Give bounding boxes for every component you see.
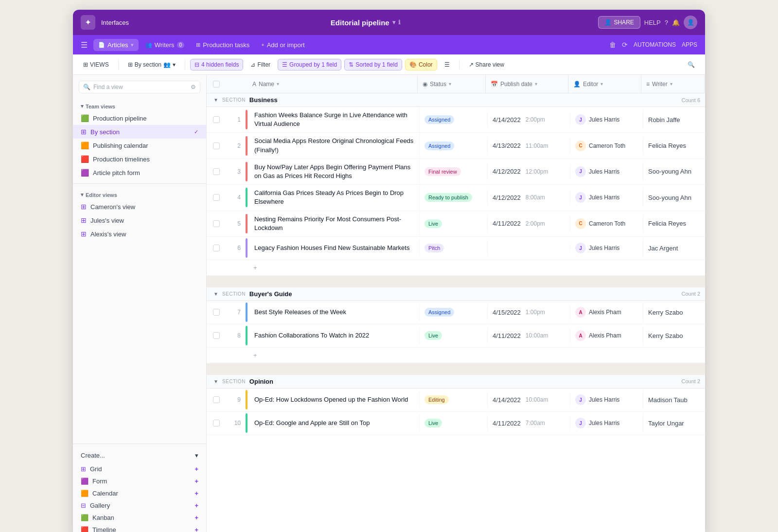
sidebar-item-by-section[interactable]: ⊞ By section ✓ <box>73 125 206 139</box>
sidebar-item-camerons-view[interactable]: ⊞ Cameron's view <box>73 200 206 213</box>
cell-name[interactable]: Fashion Collaborations To Watch in 2022 <box>249 327 420 344</box>
row-checkbox[interactable] <box>213 220 220 227</box>
col-editor[interactable]: 👤 Editor ▾ <box>568 75 641 93</box>
add-row-buyers-guide[interactable]: + <box>207 348 705 363</box>
cell-status: Live <box>420 215 488 232</box>
col-name[interactable]: A Name ▾ <box>248 75 418 93</box>
share-view-button[interactable]: ↗ Share view <box>464 59 509 71</box>
row-checkbox[interactable] <box>213 245 220 251</box>
create-section-header[interactable]: Create... ▾ <box>73 450 206 463</box>
cell-editor: C Cameron Toth <box>570 137 643 155</box>
cell-status: Final review <box>420 163 488 180</box>
cell-name[interactable]: California Gas Prices Steady As Prices B… <box>249 185 420 210</box>
table-row: 5 Nesting Remains Priority For Most Cons… <box>207 211 705 237</box>
color-button[interactable]: 🎨 Color <box>405 59 437 71</box>
sidebar-item-publishing-calendar[interactable]: 🟧 Publishing calendar <box>73 139 206 152</box>
trash-icon[interactable]: 🗑 <box>609 41 616 49</box>
table-row: 1 Fashion Weeks Balance Surge in Live At… <box>207 107 705 133</box>
create-form[interactable]: 🟪 Form + <box>73 475 206 487</box>
section-opinion-header: ▼ SECTION Opinion Count 2 <box>207 375 705 389</box>
select-all-checkbox[interactable] <box>213 81 220 88</box>
cell-name[interactable]: Social Media Apps Restore Original Chron… <box>249 133 420 158</box>
help-icon[interactable]: ? <box>665 19 668 26</box>
col-status[interactable]: ◉ Status ▾ <box>418 75 486 93</box>
section-chevron[interactable]: ▼ <box>213 291 218 297</box>
color-bar <box>246 413 248 433</box>
col-publish-date[interactable]: 📅 Publish date ▾ <box>486 75 568 93</box>
tab-production-tasks[interactable]: ⊞ Production tasks <box>191 39 254 51</box>
cell-name[interactable]: Best Style Releases of the Week <box>249 304 420 320</box>
sidebar-search[interactable]: 🔍 Find a view ⚙ <box>79 81 200 93</box>
apps-label[interactable]: APPS <box>682 41 697 48</box>
cell-writer: Robin Jaffe <box>643 112 705 127</box>
cell-name[interactable]: Buy Now/Pay Later Apps Begin Offering Pa… <box>249 159 420 184</box>
cell-writer: Felicia Reyes <box>643 138 705 153</box>
col-writer[interactable]: ≡ Writer ▾ <box>641 75 705 93</box>
cell-name[interactable]: Op-Ed: Google and Apple are Still on Top <box>249 415 420 431</box>
row-height-button[interactable]: ☰ <box>440 59 454 71</box>
color-bar <box>246 238 248 258</box>
tab-writers[interactable]: 👥 Writers 0 <box>141 39 190 51</box>
cell-name[interactable]: Nesting Remains Priority For Most Consum… <box>249 211 420 236</box>
sidebar-item-production-pipeline[interactable]: 🟩 Production pipeline <box>73 111 206 125</box>
filter-button[interactable]: ⊿ Filter <box>246 59 275 71</box>
brand-name: Interfaces <box>101 19 129 26</box>
share-button[interactable]: 👤 SHARE <box>598 16 640 29</box>
color-bar <box>246 136 248 156</box>
color-bar <box>246 214 248 233</box>
search-button[interactable]: 🔍 <box>683 59 699 71</box>
create-calendar[interactable]: 🟧 Calendar + <box>73 487 206 499</box>
color-bar <box>246 326 248 345</box>
cell-editor: J Jules Harris <box>570 239 643 257</box>
cell-status: Live <box>420 415 488 431</box>
cell-date: 4/11/2022 10:00am <box>488 328 570 343</box>
color-bar <box>246 188 248 207</box>
group-button[interactable]: ☰ Grouped by 1 field <box>278 59 341 71</box>
row-checkbox[interactable] <box>213 142 220 149</box>
table-row: 6 Legacy Fashion Houses Find New Sustain… <box>207 237 705 260</box>
row-checkbox[interactable] <box>213 194 220 201</box>
sidebar-item-alexis-view[interactable]: ⊞ Alexis's view <box>73 227 206 241</box>
tab-articles[interactable]: 📄 Articles ▾ <box>93 39 139 51</box>
row-checkbox[interactable] <box>213 309 220 316</box>
row-checkbox[interactable] <box>213 116 220 123</box>
cell-writer: Madison Taub <box>643 392 705 408</box>
by-section-button[interactable]: ⊞ By section 👥 ▾ <box>124 59 180 71</box>
create-gallery[interactable]: ⊟ Gallery + <box>73 499 206 512</box>
create-kanban[interactable]: 🟩 Kanban + <box>73 512 206 524</box>
row-checkbox[interactable] <box>213 332 220 339</box>
table-row: 9 Op-Ed: How Lockdowns Opened up the Fas… <box>207 389 705 412</box>
cell-name[interactable]: Fashion Weeks Balance Surge in Live Atte… <box>249 107 420 132</box>
sort-button[interactable]: ⇅ Sorted by 1 field <box>344 59 402 71</box>
row-checkbox[interactable] <box>213 396 220 403</box>
row-checkbox[interactable] <box>213 420 220 426</box>
section-chevron[interactable]: ▼ <box>213 379 218 384</box>
hamburger-icon[interactable]: ☰ <box>81 40 88 50</box>
hidden-fields-button[interactable]: ⊟ 4 hidden fields <box>190 59 243 71</box>
table-row: 2 Social Media Apps Restore Original Chr… <box>207 133 705 159</box>
page-title: Editorial pipeline ▾ ℹ <box>139 18 592 27</box>
notifications-icon[interactable]: 🔔 <box>672 19 680 26</box>
create-grid[interactable]: ⊞ Grid + <box>73 463 206 475</box>
user-avatar[interactable]: 👤 <box>684 16 697 29</box>
help-label[interactable]: HELP <box>644 19 661 26</box>
sidebar-item-article-pitch-form[interactable]: 🟪 Article pitch form <box>73 166 206 179</box>
section-chevron[interactable]: ▼ <box>213 97 218 103</box>
create-timeline[interactable]: 🟥 Timeline + <box>73 524 206 532</box>
settings-icon[interactable]: ⚙ <box>191 84 196 90</box>
row-checkbox[interactable] <box>213 168 220 175</box>
table-area: A Name ▾ ◉ Status ▾ 📅 Publish date ▾ 👤 E… <box>207 75 705 532</box>
cell-writer: Felicia Reyes <box>643 216 705 231</box>
table-row: 3 Buy Now/Pay Later Apps Begin Offering … <box>207 159 705 185</box>
cell-name[interactable]: Legacy Fashion Houses Find New Sustainab… <box>249 240 420 256</box>
cell-date: 4/11/2022 7:00am <box>488 416 570 431</box>
history-icon[interactable]: ⟳ <box>622 41 628 49</box>
views-button[interactable]: ⊞ VIEWS <box>79 59 113 71</box>
cell-name[interactable]: Op-Ed: How Lockdowns Opened up the Fashi… <box>249 391 420 408</box>
tab-add-import[interactable]: + Add or import <box>256 39 309 51</box>
sidebar-item-jules-view[interactable]: ⊞ Jules's view <box>73 213 206 227</box>
sidebar-item-production-timelines[interactable]: 🟥 Production timelines <box>73 152 206 166</box>
add-row-business[interactable]: + <box>207 260 705 276</box>
automations-label[interactable]: AUTOMATIONS <box>634 41 676 48</box>
cell-editor: J Jules Harris <box>570 390 643 409</box>
